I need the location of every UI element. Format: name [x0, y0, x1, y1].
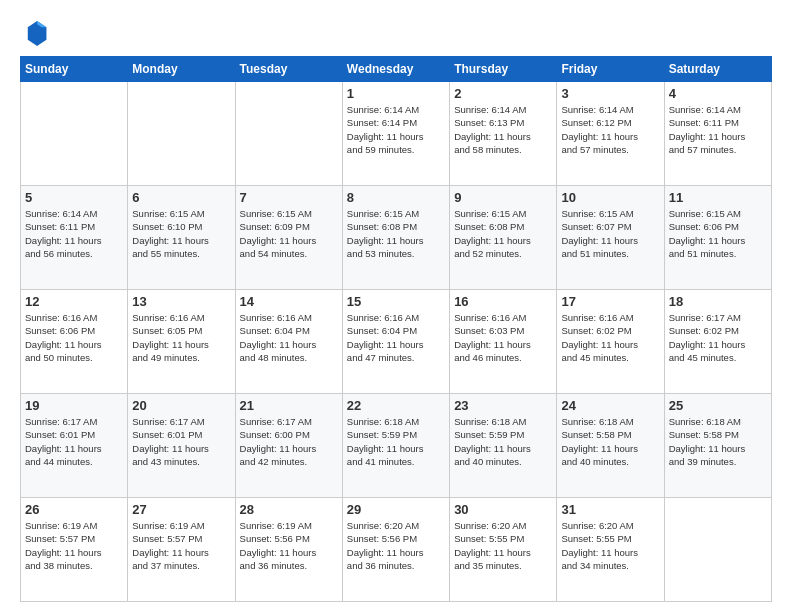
- day-number: 5: [25, 190, 123, 205]
- day-info: Sunrise: 6:18 AM Sunset: 5:58 PM Dayligh…: [669, 415, 767, 468]
- calendar-cell: [664, 498, 771, 602]
- calendar-cell: [128, 82, 235, 186]
- weekday-wednesday: Wednesday: [342, 57, 449, 82]
- day-number: 18: [669, 294, 767, 309]
- day-info: Sunrise: 6:14 AM Sunset: 6:11 PM Dayligh…: [669, 103, 767, 156]
- day-info: Sunrise: 6:15 AM Sunset: 6:09 PM Dayligh…: [240, 207, 338, 260]
- day-number: 12: [25, 294, 123, 309]
- calendar-cell: 20Sunrise: 6:17 AM Sunset: 6:01 PM Dayli…: [128, 394, 235, 498]
- day-info: Sunrise: 6:16 AM Sunset: 6:03 PM Dayligh…: [454, 311, 552, 364]
- day-info: Sunrise: 6:14 AM Sunset: 6:14 PM Dayligh…: [347, 103, 445, 156]
- calendar-cell: 21Sunrise: 6:17 AM Sunset: 6:00 PM Dayli…: [235, 394, 342, 498]
- calendar-cell: 12Sunrise: 6:16 AM Sunset: 6:06 PM Dayli…: [21, 290, 128, 394]
- day-number: 11: [669, 190, 767, 205]
- day-number: 29: [347, 502, 445, 517]
- calendar-cell: 3Sunrise: 6:14 AM Sunset: 6:12 PM Daylig…: [557, 82, 664, 186]
- day-info: Sunrise: 6:16 AM Sunset: 6:04 PM Dayligh…: [240, 311, 338, 364]
- day-number: 15: [347, 294, 445, 309]
- day-number: 4: [669, 86, 767, 101]
- day-info: Sunrise: 6:14 AM Sunset: 6:12 PM Dayligh…: [561, 103, 659, 156]
- calendar-cell: 29Sunrise: 6:20 AM Sunset: 5:56 PM Dayli…: [342, 498, 449, 602]
- calendar-cell: 8Sunrise: 6:15 AM Sunset: 6:08 PM Daylig…: [342, 186, 449, 290]
- day-info: Sunrise: 6:17 AM Sunset: 6:01 PM Dayligh…: [132, 415, 230, 468]
- calendar-cell: 11Sunrise: 6:15 AM Sunset: 6:06 PM Dayli…: [664, 186, 771, 290]
- calendar-cell: 25Sunrise: 6:18 AM Sunset: 5:58 PM Dayli…: [664, 394, 771, 498]
- week-row-5: 26Sunrise: 6:19 AM Sunset: 5:57 PM Dayli…: [21, 498, 772, 602]
- day-info: Sunrise: 6:14 AM Sunset: 6:11 PM Dayligh…: [25, 207, 123, 260]
- day-number: 31: [561, 502, 659, 517]
- week-row-4: 19Sunrise: 6:17 AM Sunset: 6:01 PM Dayli…: [21, 394, 772, 498]
- day-info: Sunrise: 6:14 AM Sunset: 6:13 PM Dayligh…: [454, 103, 552, 156]
- calendar-cell: [21, 82, 128, 186]
- day-info: Sunrise: 6:20 AM Sunset: 5:55 PM Dayligh…: [454, 519, 552, 572]
- logo-icon: [20, 18, 48, 46]
- day-info: Sunrise: 6:19 AM Sunset: 5:56 PM Dayligh…: [240, 519, 338, 572]
- calendar-cell: 24Sunrise: 6:18 AM Sunset: 5:58 PM Dayli…: [557, 394, 664, 498]
- calendar-cell: 26Sunrise: 6:19 AM Sunset: 5:57 PM Dayli…: [21, 498, 128, 602]
- day-number: 1: [347, 86, 445, 101]
- day-number: 26: [25, 502, 123, 517]
- weekday-saturday: Saturday: [664, 57, 771, 82]
- calendar-cell: 9Sunrise: 6:15 AM Sunset: 6:08 PM Daylig…: [450, 186, 557, 290]
- calendar-cell: 13Sunrise: 6:16 AM Sunset: 6:05 PM Dayli…: [128, 290, 235, 394]
- day-number: 30: [454, 502, 552, 517]
- day-info: Sunrise: 6:16 AM Sunset: 6:06 PM Dayligh…: [25, 311, 123, 364]
- calendar-cell: 6Sunrise: 6:15 AM Sunset: 6:10 PM Daylig…: [128, 186, 235, 290]
- calendar-cell: 17Sunrise: 6:16 AM Sunset: 6:02 PM Dayli…: [557, 290, 664, 394]
- calendar-cell: 30Sunrise: 6:20 AM Sunset: 5:55 PM Dayli…: [450, 498, 557, 602]
- day-info: Sunrise: 6:16 AM Sunset: 6:02 PM Dayligh…: [561, 311, 659, 364]
- day-info: Sunrise: 6:18 AM Sunset: 5:59 PM Dayligh…: [347, 415, 445, 468]
- calendar-cell: 31Sunrise: 6:20 AM Sunset: 5:55 PM Dayli…: [557, 498, 664, 602]
- day-number: 2: [454, 86, 552, 101]
- day-number: 8: [347, 190, 445, 205]
- week-row-2: 5Sunrise: 6:14 AM Sunset: 6:11 PM Daylig…: [21, 186, 772, 290]
- day-info: Sunrise: 6:15 AM Sunset: 6:08 PM Dayligh…: [454, 207, 552, 260]
- day-info: Sunrise: 6:15 AM Sunset: 6:07 PM Dayligh…: [561, 207, 659, 260]
- weekday-sunday: Sunday: [21, 57, 128, 82]
- day-number: 23: [454, 398, 552, 413]
- day-number: 9: [454, 190, 552, 205]
- calendar-cell: [235, 82, 342, 186]
- day-info: Sunrise: 6:16 AM Sunset: 6:04 PM Dayligh…: [347, 311, 445, 364]
- week-row-1: 1Sunrise: 6:14 AM Sunset: 6:14 PM Daylig…: [21, 82, 772, 186]
- day-info: Sunrise: 6:17 AM Sunset: 6:00 PM Dayligh…: [240, 415, 338, 468]
- day-info: Sunrise: 6:20 AM Sunset: 5:55 PM Dayligh…: [561, 519, 659, 572]
- calendar-cell: 27Sunrise: 6:19 AM Sunset: 5:57 PM Dayli…: [128, 498, 235, 602]
- day-number: 27: [132, 502, 230, 517]
- day-number: 17: [561, 294, 659, 309]
- day-number: 13: [132, 294, 230, 309]
- day-info: Sunrise: 6:19 AM Sunset: 5:57 PM Dayligh…: [132, 519, 230, 572]
- weekday-header-row: SundayMondayTuesdayWednesdayThursdayFrid…: [21, 57, 772, 82]
- svg-marker-0: [28, 21, 47, 46]
- day-number: 20: [132, 398, 230, 413]
- calendar-table: SundayMondayTuesdayWednesdayThursdayFrid…: [20, 56, 772, 602]
- calendar-cell: 15Sunrise: 6:16 AM Sunset: 6:04 PM Dayli…: [342, 290, 449, 394]
- day-info: Sunrise: 6:18 AM Sunset: 5:59 PM Dayligh…: [454, 415, 552, 468]
- calendar-cell: 22Sunrise: 6:18 AM Sunset: 5:59 PM Dayli…: [342, 394, 449, 498]
- calendar-cell: 7Sunrise: 6:15 AM Sunset: 6:09 PM Daylig…: [235, 186, 342, 290]
- calendar-cell: 19Sunrise: 6:17 AM Sunset: 6:01 PM Dayli…: [21, 394, 128, 498]
- day-number: 22: [347, 398, 445, 413]
- calendar-cell: 2Sunrise: 6:14 AM Sunset: 6:13 PM Daylig…: [450, 82, 557, 186]
- calendar-cell: 1Sunrise: 6:14 AM Sunset: 6:14 PM Daylig…: [342, 82, 449, 186]
- day-number: 7: [240, 190, 338, 205]
- day-info: Sunrise: 6:15 AM Sunset: 6:10 PM Dayligh…: [132, 207, 230, 260]
- day-number: 14: [240, 294, 338, 309]
- day-number: 28: [240, 502, 338, 517]
- day-info: Sunrise: 6:18 AM Sunset: 5:58 PM Dayligh…: [561, 415, 659, 468]
- day-info: Sunrise: 6:19 AM Sunset: 5:57 PM Dayligh…: [25, 519, 123, 572]
- calendar-cell: 16Sunrise: 6:16 AM Sunset: 6:03 PM Dayli…: [450, 290, 557, 394]
- day-info: Sunrise: 6:15 AM Sunset: 6:08 PM Dayligh…: [347, 207, 445, 260]
- day-info: Sunrise: 6:17 AM Sunset: 6:01 PM Dayligh…: [25, 415, 123, 468]
- weekday-tuesday: Tuesday: [235, 57, 342, 82]
- day-number: 24: [561, 398, 659, 413]
- day-info: Sunrise: 6:20 AM Sunset: 5:56 PM Dayligh…: [347, 519, 445, 572]
- calendar-cell: 14Sunrise: 6:16 AM Sunset: 6:04 PM Dayli…: [235, 290, 342, 394]
- day-info: Sunrise: 6:17 AM Sunset: 6:02 PM Dayligh…: [669, 311, 767, 364]
- day-number: 6: [132, 190, 230, 205]
- weekday-thursday: Thursday: [450, 57, 557, 82]
- header: [20, 18, 772, 46]
- calendar-cell: 28Sunrise: 6:19 AM Sunset: 5:56 PM Dayli…: [235, 498, 342, 602]
- day-number: 25: [669, 398, 767, 413]
- calendar-cell: 23Sunrise: 6:18 AM Sunset: 5:59 PM Dayli…: [450, 394, 557, 498]
